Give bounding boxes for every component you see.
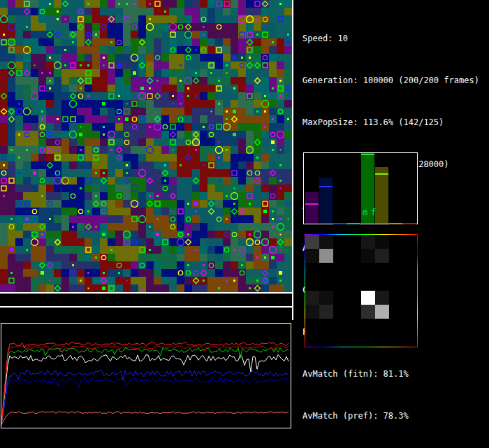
bar-species3-female <box>375 167 388 224</box>
bar-species1-male <box>305 192 319 224</box>
bar-marker-species1-female <box>319 186 333 187</box>
trait-heatmap <box>305 234 418 347</box>
history-line-chart <box>1 323 291 428</box>
bar-species4-male <box>389 223 402 224</box>
heatmap-border-top <box>305 234 418 235</box>
stats-panel: Speed: 10 Generation: 100000 (200/200 fr… <box>302 3 488 448</box>
stat-speed: Speed: 10 <box>302 31 488 45</box>
history-chart-canvas <box>1 324 289 426</box>
bar-species4-female <box>403 223 416 224</box>
world-right-separator <box>292 0 293 320</box>
male-label: m <box>363 208 367 217</box>
heatmap-border-left <box>305 234 305 347</box>
bar-species2-male <box>333 223 346 224</box>
world-grid-canvas[interactable] <box>0 0 292 292</box>
bar-marker-species3-male <box>361 154 374 155</box>
stat-maxpopsize: MaxPopSize: 113.6% (142/125) <box>302 115 488 129</box>
bar-species1-female <box>319 178 333 224</box>
bar-marker-species3-female <box>375 173 388 175</box>
heatmap-border-bottom <box>305 347 418 347</box>
female-label: f <box>371 208 376 217</box>
lower-separator <box>0 306 293 308</box>
stat-avmatch-fitn: AvMatch (fitn): 81.1% <box>302 367 488 381</box>
bar-species2-female <box>347 223 360 224</box>
world-bottom-separator <box>0 292 293 294</box>
heatmap-canvas <box>305 235 417 347</box>
stat-generation: Generation: 100000 (200/200 frames) <box>302 73 488 87</box>
stat-avmatch-pref: AvMatch (pref): 78.3% <box>302 409 488 423</box>
population-bar-chart: m f <box>303 152 418 224</box>
bar-marker-species1-male <box>305 203 319 205</box>
heatmap-border-right <box>417 234 418 347</box>
app-window: Speed: 10 Generation: 100000 (200/200 fr… <box>0 0 489 448</box>
